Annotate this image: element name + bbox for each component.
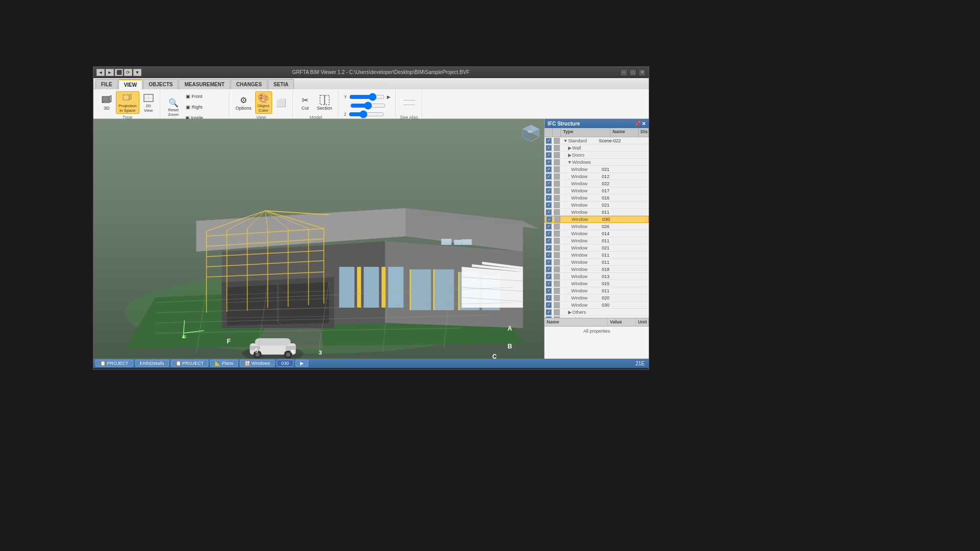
btn-section[interactable]: Section — [314, 91, 335, 114]
toolbar-back-btn[interactable]: ◄ — [96, 69, 105, 76]
btn-see-also[interactable]: ──── ──── — [401, 91, 418, 114]
btn-front[interactable]: ▣ Front — [183, 91, 206, 102]
btn-view-extra[interactable]: ⬜ — [273, 91, 289, 114]
list-item[interactable]: ✓Window011 — [545, 259, 649, 266]
svg-rect-30 — [411, 269, 431, 310]
row-eye[interactable] — [554, 152, 560, 158]
svg-rect-29 — [388, 267, 404, 308]
svg-text:3: 3 — [319, 349, 322, 356]
section-icon — [319, 94, 330, 106]
row-checkbox[interactable]: ✓ — [546, 138, 552, 144]
tab-view[interactable]: VIEW — [118, 79, 143, 89]
toolbar-menu-btn[interactable]: ▼ — [133, 69, 141, 76]
list-item[interactable]: ✓Window011 — [545, 237, 649, 244]
color-icon: 🎨 — [258, 92, 269, 104]
tree-container[interactable]: ✓ ▼ Standard Scene-022 ✓ ▶ Wall — [545, 137, 649, 318]
svg-rect-27 — [364, 267, 379, 308]
list-item[interactable]: ✓Window011 — [545, 252, 649, 259]
row-expand[interactable]: ▼ — [563, 138, 568, 143]
btn-right[interactable]: ▣ Right — [183, 102, 206, 112]
btn-2d[interactable]: 2DView — [140, 91, 157, 114]
tree-row-windows-group[interactable]: ✓ ▼ Windows — [545, 159, 649, 166]
props-col-value: Value — [608, 318, 636, 326]
props-col-unit: Unit — [636, 318, 649, 326]
main-window: ◄ ► ⬛ ⟳ ▼ GRFTA BIM Viewer 1.2 - C:\User… — [93, 66, 649, 370]
list-item[interactable]: ✓Window018 — [545, 266, 649, 273]
list-item[interactable]: ✓Window015 — [545, 280, 649, 287]
list-item[interactable]: ✓Window022 — [545, 180, 649, 187]
tree-row-scene[interactable]: ✓ ▼ Standard Scene-022 — [545, 137, 649, 144]
row-eye[interactable] — [554, 145, 560, 151]
svg-rect-25 — [339, 267, 355, 308]
status-tab-arrow[interactable]: ▶ — [296, 360, 308, 367]
row-eye[interactable] — [554, 159, 560, 165]
status-tab-030[interactable]: 030 — [277, 360, 293, 367]
row-cb[interactable]: ✓ — [546, 166, 552, 172]
list-item[interactable]: ✓Window021 — [545, 166, 649, 173]
minimize-button[interactable]: ─ — [620, 69, 627, 76]
panel-pin-icon[interactable]: 📌 — [634, 121, 641, 127]
row-expand[interactable]: ▶ — [567, 153, 572, 158]
viewport[interactable]: F E D C B A 5 4 3 S — [93, 119, 544, 359]
status-tab-plans[interactable]: 📐 Plans — [210, 360, 238, 367]
list-item[interactable]: ✓Window016 — [545, 194, 649, 202]
list-item[interactable]: ✓Window026 — [545, 223, 649, 230]
btn-reset-zoom[interactable]: 🔍 ResetZoom — [164, 96, 183, 118]
slider-mid-row — [344, 102, 390, 109]
btn-object-color[interactable]: 🎨 ObjectColor — [255, 91, 272, 114]
slider-y[interactable] — [349, 95, 385, 99]
status-tab-info[interactable]: ℹ InfoDetails — [135, 360, 169, 367]
status-tab-windows[interactable]: 🪟 Windows — [240, 360, 275, 367]
svg-rect-36 — [458, 272, 460, 310]
ribbon-group-storey: Y ▶ 2 Storey Slider — [339, 90, 396, 117]
row-eye[interactable] — [554, 138, 560, 144]
btn-3d[interactable]: 3D — [99, 91, 115, 114]
status-tab-project2[interactable]: 📋 PROJECT — [171, 360, 209, 367]
tree-row-doors[interactable]: ✓ ▶ Doors — [545, 152, 649, 159]
list-item[interactable]: ✓Window011 — [545, 209, 649, 216]
tab-file[interactable]: FILE — [95, 79, 118, 89]
row-checkbox[interactable]: ✓ — [546, 159, 552, 165]
list-item[interactable]: ✓Window011 — [545, 287, 649, 294]
restore-button[interactable]: □ — [629, 69, 636, 76]
tree-row-others[interactable]: ✓▶Others — [545, 309, 649, 316]
list-item[interactable]: ✓Window020 — [545, 294, 649, 302]
svg-rect-28 — [382, 267, 386, 308]
status-tab-project1[interactable]: 📋 PROJECT — [95, 360, 133, 367]
btn-options[interactable]: ⚙ Options — [233, 91, 254, 114]
ribbon-content: 3D Projectionin Space 2DView Type — [93, 89, 649, 119]
svg-text:F: F — [227, 338, 231, 345]
row-expand[interactable]: ▼ — [567, 160, 572, 165]
row-expand[interactable]: ▶ — [567, 145, 572, 151]
list-item[interactable]: ✓Window014 — [545, 230, 649, 237]
tree-row-wall[interactable]: ✓ ▶ Wall — [545, 144, 649, 152]
close-button[interactable]: ✕ — [639, 69, 646, 76]
slider-2[interactable] — [349, 112, 384, 116]
list-item[interactable]: ✓Window030 — [545, 302, 649, 309]
svg-rect-94 — [442, 239, 452, 245]
toolbar-fwd-btn[interactable]: ► — [106, 69, 114, 76]
tab-setia[interactable]: SETIA — [268, 79, 294, 89]
list-item-selected[interactable]: ✓Window030 — [545, 216, 649, 223]
slider-mid[interactable] — [350, 104, 386, 108]
tab-objects[interactable]: OBJECTS — [143, 79, 178, 89]
btn-projection[interactable]: Projectionin Space — [116, 91, 139, 114]
toolbar-home-btn[interactable]: ⬛ — [115, 69, 123, 76]
list-item[interactable]: ✓Window017 — [545, 187, 649, 194]
row-checkbox[interactable]: ✓ — [546, 145, 552, 151]
btn-cut[interactable]: ✂ Cut — [297, 91, 313, 114]
right-panel: IFC Structure 📌 ✕ Type Name Dis ✓ — [544, 119, 649, 359]
panel-close-icon[interactable]: ✕ — [642, 121, 646, 127]
list-item[interactable]: ✓Window013 — [545, 273, 649, 280]
tab-measurement[interactable]: MEASUREMENT — [179, 79, 230, 89]
tab-changes[interactable]: CHANGES — [231, 79, 267, 89]
row-checkbox[interactable]: ✓ — [546, 152, 552, 158]
ribbon-group-see-also: ──── ──── See Also — [397, 90, 422, 117]
props-header: Name Value Unit — [545, 318, 649, 327]
toolbar-refresh-btn[interactable]: ⟳ — [124, 69, 132, 76]
list-item[interactable]: ✓Window021 — [545, 244, 649, 252]
list-item[interactable]: ✓Window021 — [545, 202, 649, 209]
row-type: Standard — [568, 138, 599, 143]
list-item[interactable]: ✓Window012 — [545, 173, 649, 180]
cut-icon: ✂ — [300, 94, 311, 106]
